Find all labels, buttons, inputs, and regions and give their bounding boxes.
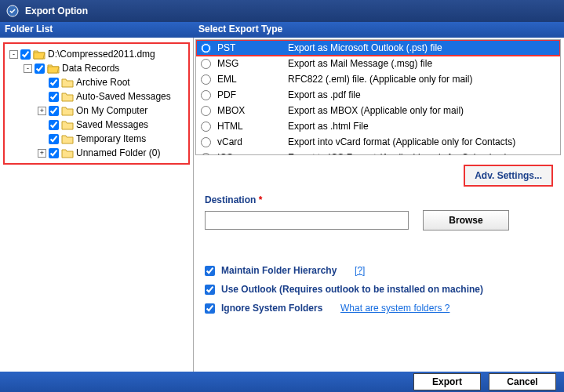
- export-type-row[interactable]: PST Export as Microsoft Outlook (.pst) f…: [196, 40, 560, 56]
- export-radio[interactable]: [201, 74, 211, 85]
- tree-label: On My Computer: [76, 105, 147, 116]
- tree-label: Unnamed Folder (0): [76, 147, 160, 158]
- export-type-name: MSG: [217, 58, 288, 69]
- folder-icon: [61, 77, 74, 88]
- tree-label: Saved Messages: [76, 119, 148, 130]
- expander-icon[interactable]: +: [38, 107, 46, 115]
- destination-label: Destination *: [205, 194, 262, 205]
- tree-checkbox[interactable]: [49, 106, 59, 116]
- tree-checkbox[interactable]: [49, 134, 59, 144]
- tree-checkbox[interactable]: [20, 49, 31, 60]
- cancel-button[interactable]: Cancel: [489, 373, 556, 390]
- expander-blank: [38, 135, 46, 143]
- tree-label: Temporary Items: [76, 133, 146, 144]
- export-type-name: PDF: [217, 89, 288, 100]
- folder-tree[interactable]: - D:\Compressed2011.dmg - Data Records: [6, 47, 187, 160]
- tree-label: Data Records: [62, 63, 119, 74]
- export-type-header: Select Export Type: [194, 22, 564, 38]
- export-type-name: EML: [217, 74, 288, 85]
- tree-label: Auto-Saved Messages: [76, 91, 171, 102]
- ignore-system-label: Ignore System Folders: [221, 303, 322, 314]
- export-type-row[interactable]: MBOX Export as MBOX (Applicable only for…: [196, 103, 560, 118]
- tree-checkbox[interactable]: [49, 148, 59, 158]
- folder-icon: [61, 119, 74, 130]
- tree-child[interactable]: Temporary Items: [6, 132, 187, 146]
- maintain-hierarchy-option[interactable]: Maintain Folder Hierarchy [?]: [205, 265, 553, 276]
- browse-button[interactable]: Browse: [423, 210, 509, 230]
- system-folders-help-link[interactable]: What are system folders ?: [340, 303, 449, 314]
- tree-label: Archive Root: [76, 77, 130, 88]
- folder-tree-highlight: - D:\Compressed2011.dmg - Data Records: [3, 42, 190, 165]
- app-icon: [6, 5, 19, 17]
- dialog-footer: Export Cancel: [0, 372, 564, 392]
- expander-blank: [38, 121, 46, 129]
- export-type-desc: Export as Microsoft Outlook (.pst) file: [288, 42, 555, 53]
- adv-settings-button[interactable]: Adv. Settings...: [464, 165, 553, 187]
- expander-icon[interactable]: -: [9, 50, 18, 59]
- tree-child[interactable]: + On My Computer: [6, 103, 187, 118]
- export-radio[interactable]: [201, 90, 211, 100]
- expander-icon[interactable]: +: [38, 149, 46, 158]
- folder-list-header: Folder List: [0, 22, 194, 38]
- tree-checkbox[interactable]: [49, 78, 59, 88]
- export-radio[interactable]: [201, 122, 211, 132]
- export-button[interactable]: Export: [413, 373, 481, 390]
- folder-open-icon: [47, 63, 60, 74]
- tree-child[interactable]: Auto-Saved Messages: [6, 89, 187, 103]
- export-type-desc: Export as MBOX (Applicable only for mail…: [288, 105, 555, 116]
- expander-icon[interactable]: -: [24, 64, 32, 73]
- use-outlook-checkbox[interactable]: [205, 285, 215, 295]
- section-headers: Folder List Select Export Type: [0, 22, 564, 38]
- destination-label-text: Destination: [205, 194, 256, 205]
- maintain-hierarchy-checkbox[interactable]: [205, 266, 215, 276]
- ignore-system-option[interactable]: Ignore System Folders What are system fo…: [205, 303, 553, 314]
- export-type-row[interactable]: vCard Export into vCard format (Applicab…: [196, 134, 560, 150]
- export-type-name: vCard: [217, 136, 288, 147]
- folder-icon: [61, 133, 74, 144]
- tree-child[interactable]: + Unnamed Folder (0): [6, 146, 187, 160]
- tree-child[interactable]: Saved Messages: [6, 118, 187, 132]
- export-type-name: HTML: [217, 121, 288, 132]
- export-type-name: PST: [217, 42, 288, 53]
- folder-tree-panel: - D:\Compressed2011.dmg - Data Records: [0, 38, 194, 372]
- expander-blank: [38, 93, 46, 101]
- export-type-desc: Export as Mail Message (.msg) file: [288, 58, 555, 69]
- export-type-name: MBOX: [217, 105, 288, 116]
- export-type-desc: Export as .html File: [288, 121, 555, 132]
- ignore-system-checkbox[interactable]: [205, 303, 215, 314]
- folder-icon: [61, 147, 74, 158]
- required-asterisk: *: [259, 194, 263, 205]
- window-title: Export Option: [25, 5, 88, 16]
- tree-label: D:\Compressed2011.dmg: [48, 49, 155, 60]
- use-outlook-label: Use Outlook (Requires outlook to be inst…: [221, 284, 483, 295]
- folder-open-icon: [33, 49, 45, 60]
- export-type-desc: Export as .pdf file: [288, 89, 555, 100]
- use-outlook-option[interactable]: Use Outlook (Requires outlook to be inst…: [205, 284, 553, 295]
- export-type-row[interactable]: HTML Export as .html File: [196, 118, 560, 134]
- export-type-list[interactable]: PST Export as Microsoft Outlook (.pst) f…: [195, 39, 561, 155]
- export-type-row[interactable]: ICS Export to ICS Format (Applicable onl…: [196, 150, 560, 155]
- folder-icon: [61, 105, 74, 116]
- maintain-hierarchy-label: Maintain Folder Hierarchy: [221, 265, 337, 276]
- tree-data-records[interactable]: - Data Records: [6, 61, 187, 75]
- export-type-row[interactable]: EML RFC822 (.eml) file. (Applicable only…: [196, 71, 560, 87]
- export-type-row[interactable]: MSG Export as Mail Message (.msg) file: [196, 56, 560, 71]
- export-radio[interactable]: [201, 43, 211, 53]
- titlebar: Export Option: [0, 0, 564, 22]
- tree-child[interactable]: Archive Root: [6, 75, 187, 89]
- export-radio[interactable]: [201, 59, 211, 69]
- tree-checkbox[interactable]: [35, 64, 45, 74]
- maintain-hierarchy-help-link[interactable]: [?]: [355, 265, 365, 276]
- tree-root[interactable]: - D:\Compressed2011.dmg: [6, 47, 187, 61]
- tree-checkbox[interactable]: [49, 92, 59, 102]
- export-radio[interactable]: [201, 137, 211, 147]
- export-type-desc: Export into vCard format (Applicable onl…: [288, 136, 555, 147]
- export-type-desc: RFC822 (.eml) file. (Applicable only for…: [288, 74, 555, 85]
- export-type-row[interactable]: PDF Export as .pdf file: [196, 87, 560, 103]
- tree-checkbox[interactable]: [49, 120, 59, 130]
- export-radio[interactable]: [201, 106, 211, 116]
- folder-icon: [61, 91, 74, 102]
- expander-blank: [38, 78, 46, 87]
- destination-input[interactable]: [205, 211, 409, 230]
